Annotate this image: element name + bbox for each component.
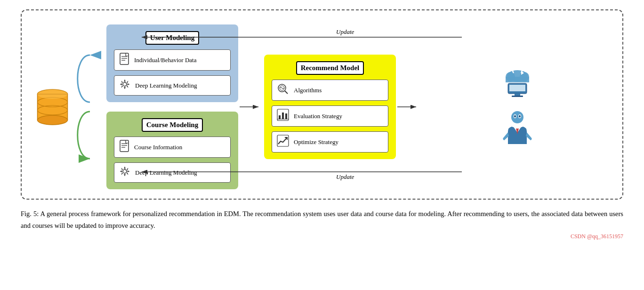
- svg-rect-27: [282, 113, 284, 119]
- svg-rect-41: [512, 96, 523, 97]
- svg-rect-28: [285, 113, 287, 119]
- recommend-model-title: Recommend Model: [296, 61, 364, 75]
- course-information-item: Course Information: [114, 137, 231, 158]
- svg-rect-40: [515, 94, 520, 96]
- cloud-computer-icon: [499, 65, 536, 100]
- svg-rect-15: [120, 140, 129, 152]
- curved-arrows: [73, 27, 106, 187]
- svg-point-14: [123, 82, 127, 86]
- update-bottom-arrow: [95, 165, 462, 179]
- evaluation-strategy-item: Evaluation Strategy: [272, 105, 388, 127]
- chart-icon: [277, 109, 289, 123]
- document-icon-1: [119, 53, 129, 67]
- caption: Fig. 5: A general process framework for …: [21, 208, 623, 231]
- deep-learning-user-label: Deep Learning Modeling: [135, 82, 197, 89]
- svg-rect-30: [277, 135, 289, 146]
- algorithms-label: Algorithms: [294, 87, 322, 94]
- search-wave-icon: [277, 83, 289, 97]
- recommend-model-box: Recommend Model Algorithms: [264, 55, 396, 159]
- gear-icon-1: [119, 79, 130, 92]
- svg-rect-36: [506, 77, 529, 82]
- svg-point-46: [519, 115, 521, 118]
- person-icon: [502, 109, 533, 148]
- optimize-strategy-item: Optimize Strategy: [272, 131, 388, 153]
- individual-behavior-item: Individual/Behavior Data: [114, 49, 231, 71]
- svg-point-42: [511, 111, 523, 123]
- right-arrow: [396, 27, 422, 187]
- diagram-container: Update Update: [21, 9, 623, 200]
- svg-point-45: [514, 115, 516, 118]
- course-modeling-title: Course Modeling: [142, 118, 203, 132]
- update-top-arrow: [95, 30, 462, 44]
- svg-rect-26: [279, 115, 281, 119]
- database-icon: [31, 86, 73, 128]
- deep-learning-user-item: Deep Learning Modeling: [114, 75, 231, 96]
- svg-line-24: [285, 91, 288, 94]
- caption-text: Fig. 5: A general process framework for …: [21, 210, 623, 229]
- right-icons-section: [422, 65, 613, 148]
- evaluation-strategy-label: Evaluation Strategy: [294, 113, 342, 120]
- trending-up-icon: [277, 135, 289, 149]
- course-information-label: Course Information: [134, 144, 182, 151]
- document-icon-2: [119, 140, 129, 154]
- optimize-strategy-label: Optimize Strategy: [294, 138, 338, 146]
- svg-point-4: [37, 115, 67, 125]
- csdn-credit: CSDN @qq_36151957: [21, 233, 623, 240]
- mid-right-arrow: [238, 27, 264, 187]
- individual-behavior-label: Individual/Behavior Data: [134, 56, 197, 64]
- svg-rect-39: [509, 85, 525, 91]
- svg-point-7: [37, 89, 67, 99]
- algorithms-item: Algorithms: [272, 80, 388, 101]
- svg-rect-10: [120, 53, 129, 64]
